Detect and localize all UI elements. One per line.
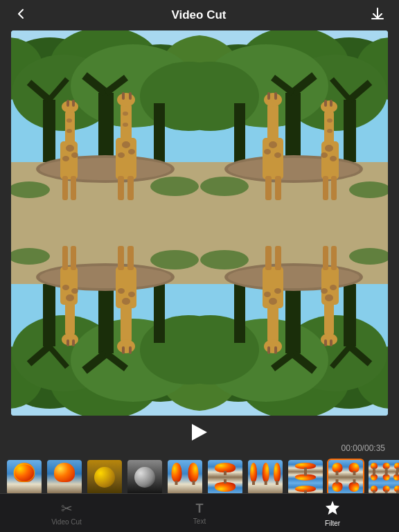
svg-point-173: [200, 250, 249, 269]
svg-point-19: [39, 158, 171, 180]
back-button[interactable]: [11, 4, 30, 27]
svg-point-65: [228, 158, 360, 180]
svg-rect-156: [324, 339, 327, 346]
video-cell-bl: [11, 223, 200, 416]
svg-point-117: [71, 288, 78, 294]
svg-rect-42: [118, 176, 124, 200]
tab-text[interactable]: T Text: [133, 494, 266, 532]
svg-rect-23: [66, 100, 69, 107]
filter-thumb-9mirror: [367, 459, 399, 496]
text-icon: T: [196, 502, 204, 516]
filter-thumb-3mirror-h: [247, 459, 284, 496]
svg-point-41: [123, 123, 128, 127]
svg-point-109: [39, 266, 171, 288]
svg-point-125: [122, 298, 130, 305]
svg-point-74: [327, 118, 332, 123]
svg-rect-124: [129, 346, 132, 354]
svg-rect-36: [129, 92, 132, 100]
svg-rect-77: [323, 176, 328, 200]
svg-point-83: [269, 141, 277, 148]
video-cell-tr: [200, 30, 388, 223]
svg-rect-128: [118, 246, 124, 270]
filter-thumb-sepia: [86, 459, 123, 496]
svg-point-29: [66, 129, 72, 133]
svg-rect-31: [71, 176, 76, 200]
svg-rect-129: [127, 246, 134, 270]
svg-point-151: [228, 266, 360, 288]
tab-label-video-cut: Video Cut: [51, 518, 82, 526]
svg-point-80: [264, 93, 282, 107]
svg-rect-160: [331, 246, 337, 270]
svg-point-168: [274, 288, 281, 294]
tab-filter[interactable]: Filter: [266, 494, 399, 532]
svg-rect-69: [330, 100, 332, 107]
svg-rect-30: [62, 176, 68, 200]
svg-point-22: [62, 100, 78, 113]
svg-point-85: [264, 149, 271, 154]
svg-rect-163: [267, 303, 278, 343]
svg-point-122: [117, 339, 135, 353]
svg-point-116: [62, 285, 69, 290]
svg-rect-111: [65, 298, 75, 336]
svg-point-169: [264, 292, 271, 297]
svg-rect-121: [121, 303, 132, 343]
filter-thumb-4mirror: [327, 459, 364, 496]
svg-rect-87: [265, 176, 272, 200]
svg-rect-170: [275, 246, 281, 270]
video-cell-tl: [11, 30, 200, 223]
svg-point-167: [269, 298, 277, 305]
svg-point-27: [71, 152, 78, 158]
svg-point-71: [325, 145, 333, 152]
svg-point-68: [321, 100, 337, 113]
timestamp: 00:00/00:35: [0, 443, 399, 453]
svg-point-38: [118, 152, 125, 158]
svg-rect-113: [66, 339, 69, 346]
svg-point-164: [264, 339, 282, 353]
filter-thumb-2mirror-v: [206, 459, 244, 496]
tab-label-filter: Filter: [325, 520, 340, 527]
svg-rect-43: [127, 176, 134, 200]
svg-point-159: [321, 288, 328, 294]
svg-point-34: [117, 93, 135, 107]
header: Video Cut: [0, 0, 399, 30]
svg-rect-171: [265, 246, 272, 270]
filter-thumb-noir: [126, 459, 163, 496]
svg-point-158: [330, 285, 337, 290]
svg-rect-153: [324, 298, 334, 336]
svg-rect-165: [274, 346, 277, 354]
svg-rect-24: [72, 100, 75, 107]
filter-thumb-usm: [46, 459, 83, 496]
tab-label-text: Text: [193, 517, 206, 525]
svg-point-127: [128, 292, 135, 297]
svg-rect-155: [330, 339, 332, 346]
svg-rect-76: [331, 176, 337, 200]
svg-point-157: [325, 294, 333, 301]
svg-point-40: [123, 112, 128, 116]
svg-point-72: [330, 156, 337, 161]
download-button[interactable]: [367, 3, 388, 28]
svg-rect-82: [267, 92, 270, 100]
svg-point-131: [150, 250, 199, 269]
filter-icon: [325, 499, 340, 518]
svg-point-154: [321, 333, 337, 346]
svg-point-37: [122, 141, 130, 148]
svg-rect-166: [267, 346, 270, 354]
svg-point-112: [62, 333, 78, 346]
filter-thumb-chrome: [6, 459, 43, 496]
video-preview: [11, 30, 388, 416]
svg-rect-79: [267, 103, 278, 143]
svg-point-115: [66, 294, 74, 301]
svg-point-73: [321, 152, 328, 158]
svg-point-26: [62, 156, 69, 161]
filter-thumb-2mirror-h: [166, 459, 204, 496]
play-button[interactable]: [188, 421, 211, 443]
svg-rect-123: [122, 346, 125, 354]
playback-controls: [0, 416, 399, 446]
svg-rect-70: [324, 100, 327, 107]
svg-rect-114: [72, 339, 75, 346]
svg-point-75: [327, 129, 332, 133]
svg-rect-35: [122, 92, 125, 100]
video-cell-br: [200, 223, 388, 416]
tab-video-cut[interactable]: ✂ Video Cut: [0, 494, 133, 532]
scissors-icon: ✂: [61, 500, 73, 517]
